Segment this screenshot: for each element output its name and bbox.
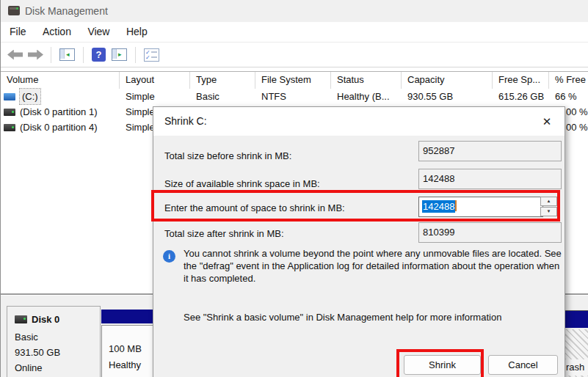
close-icon[interactable]: ✕ — [538, 113, 556, 131]
forward-icon[interactable] — [28, 50, 43, 60]
volume-icon — [4, 124, 15, 131]
menu-help[interactable]: Help — [120, 22, 154, 42]
partition1-size: 100 MB — [109, 343, 142, 354]
volume-icon — [4, 109, 15, 116]
back-icon[interactable] — [7, 50, 23, 60]
help-icon[interactable]: ? — [92, 48, 106, 62]
cell-capacity: 930.55 GB — [402, 89, 493, 104]
toolbar-separator — [83, 47, 84, 63]
green-arrow-glyph: ◂ — [66, 50, 70, 59]
show-console-tree-icon[interactable]: ◂ — [59, 48, 75, 61]
info-icon: i — [163, 250, 175, 263]
cell-free-space: 615.26 GB — [493, 89, 549, 104]
partition-c-color-strip — [565, 310, 588, 328]
col-layout[interactable]: Layout — [120, 72, 190, 89]
col-file-system[interactable]: File System — [255, 72, 331, 89]
cell-layout: Simple — [120, 89, 190, 104]
properties-checklist-icon[interactable]: ✓ ✓ — [144, 48, 159, 62]
volume-table-header: Volume Layout Type File System Status Ca… — [1, 71, 588, 89]
annotation-box-shrink-button — [396, 349, 484, 377]
col-volume[interactable]: Volume — [1, 72, 120, 89]
disk0-info-box[interactable]: Disk 0 Basic 931.50 GB Online — [7, 306, 101, 377]
col-status[interactable]: Status — [331, 72, 402, 89]
menu-action[interactable]: Action — [36, 22, 78, 42]
show-action-pane-icon[interactable]: ▸ — [112, 48, 127, 61]
menu-file[interactable]: File — [3, 22, 33, 42]
toolbar-separator — [51, 47, 51, 63]
volume-name: (C:) — [20, 89, 40, 104]
volume-name: (Disk 0 partition 4) — [20, 120, 97, 135]
annotation-box-shrink-input — [151, 190, 560, 222]
disk-size: 931.50 GB — [15, 347, 60, 358]
app-icon — [8, 6, 20, 15]
volume-icon — [4, 93, 15, 100]
col-free-space[interactable]: Free Sp... — [493, 72, 549, 89]
label-total-after: Total size after shrink in MB: — [164, 227, 284, 241]
shrink-dialog: Shrink C: ✕ Total size before shrink in … — [153, 106, 565, 377]
col-capacity[interactable]: Capacity — [402, 72, 493, 89]
console-tree-bar — [60, 49, 65, 59]
volume-name: (Disk 0 partition 1) — [20, 104, 97, 120]
menu-bar: File Action View Help — [1, 22, 588, 43]
window-title: Disk Management — [25, 0, 108, 22]
dialog-title-bar: Shrink C: ✕ — [153, 107, 565, 136]
disk-icon — [15, 315, 27, 323]
col-pct-free[interactable]: % Free — [549, 72, 588, 89]
partition-c-label-fragment: rash — [565, 359, 588, 376]
unmovable-files-note: You cannot shrink a volume beyond the po… — [184, 247, 562, 285]
cell-pct-free: 66 % — [549, 89, 588, 104]
menu-view[interactable]: View — [81, 22, 116, 42]
list-line — [151, 51, 157, 53]
label-available-space: Size of available shrink space in MB: — [164, 177, 320, 191]
help-reference-text: See "Shrink a basic volume" in Disk Mana… — [184, 312, 562, 323]
title-bar: Disk Management — [1, 0, 588, 22]
field-available-space: 142488 — [418, 169, 562, 189]
col-type[interactable]: Type — [190, 72, 255, 89]
label-total-before: Total size before shrink in MB: — [164, 150, 291, 163]
list-line — [151, 56, 157, 58]
toolbar: ◂ ? ▸ ✓ ✓ — [1, 43, 588, 67]
field-total-before: 952887 — [418, 141, 562, 161]
field-total-after: 810399 — [418, 222, 562, 243]
toolbar-separator — [135, 47, 136, 63]
disk-type: Basic — [15, 332, 38, 343]
table-row-c[interactable]: (C:) Simple Basic NTFS Healthy (B... 930… — [1, 89, 588, 104]
partition-c-block[interactable]: rash — [565, 329, 588, 377]
disk-status: Online — [15, 362, 43, 373]
cell-status: Healthy (B... — [331, 89, 402, 104]
disk-management-window: Disk Management File Action View Help ◂ … — [0, 0, 588, 377]
cell-file-system: NTFS — [255, 89, 331, 104]
dialog-title: Shrink C: — [164, 107, 207, 136]
partition1-status: Healthy — [109, 359, 141, 370]
cancel-button[interactable]: Cancel — [488, 355, 558, 375]
check-glyph: ✓ — [145, 55, 150, 61]
action-pane-bar — [112, 49, 117, 59]
disk-name: Disk 0 — [32, 314, 59, 325]
green-play-glyph: ▸ — [118, 50, 122, 59]
cell-type: Basic — [190, 89, 255, 104]
